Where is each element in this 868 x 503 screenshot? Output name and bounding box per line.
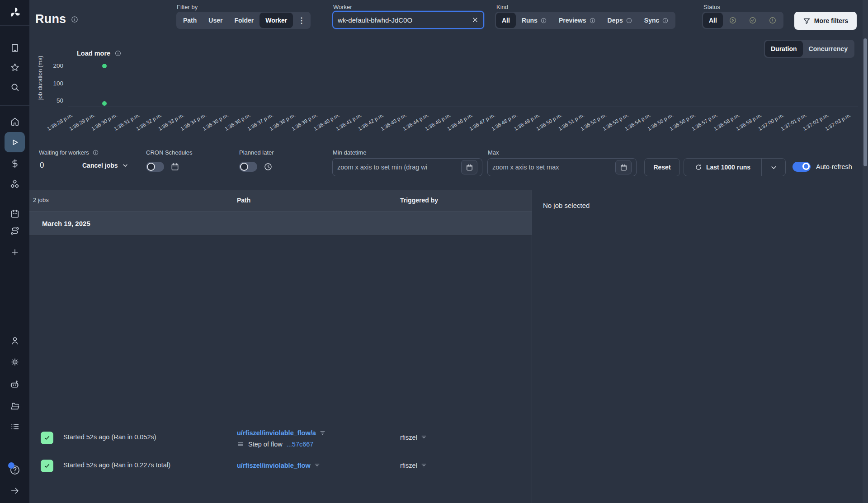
variables-icon: [10, 159, 20, 169]
sidebar-item-resources[interactable]: [0, 176, 29, 192]
audit-logs-icon: [10, 422, 20, 432]
waiting-for-workers-count: 0: [40, 161, 44, 170]
divider: [0, 105, 29, 106]
chevron-down-icon: [770, 164, 778, 171]
job-started-text: Started 52s ago (Ran in 0.227s total): [63, 461, 170, 469]
notification-dot: [8, 462, 14, 469]
waiting-for-workers-label: Waiting for workers: [39, 149, 89, 156]
calendar-icon: [620, 164, 627, 171]
calendar-icon[interactable]: [170, 162, 179, 171]
jobs-table: 2 jobs Path Triggered by March 19, 2025 …: [29, 190, 532, 503]
favorites-icon: [10, 62, 20, 72]
last-runs-refresh-button[interactable]: Last 1000 runs: [684, 164, 761, 171]
jobs-count: 2 jobs: [33, 197, 49, 203]
planned-later-label: Planned later: [239, 149, 274, 156]
min-datetime-input[interactable]: zoom x axis to set min (drag wi: [332, 158, 482, 176]
sidebar-item-audit-logs[interactable]: [0, 418, 29, 435]
sidebar-item-workers[interactable]: [0, 376, 29, 392]
filter-by-user-icon[interactable]: [421, 462, 427, 468]
auto-refresh-label: Auto-refresh: [816, 163, 852, 170]
sidebar-item-settings[interactable]: [0, 354, 29, 370]
home-icon: [10, 117, 20, 127]
jobs-table-header: 2 jobs Path Triggered by: [29, 190, 532, 212]
cron-schedules-label: CRON Schedules: [146, 149, 193, 156]
last-runs-split-button: Last 1000 runs: [684, 158, 786, 176]
max-datetime-placeholder: zoom x axis to set max: [492, 164, 615, 171]
sidebar-item-variables[interactable]: [0, 155, 29, 172]
job-row[interactable]: Started 52s ago (Ran in 0.052s) u/rfisze…: [29, 425, 532, 456]
runs-page: Runs Filter by Path User Folder Worker ⋮…: [0, 0, 868, 503]
sidebar-item-user[interactable]: [0, 333, 29, 349]
reset-button[interactable]: Reset: [644, 158, 680, 176]
min-datetime-calendar-button[interactable]: [461, 160, 477, 174]
job-duration-point[interactable]: [102, 101, 107, 106]
job-row[interactable]: Started 52s ago (Ran in 0.227s total) u/…: [29, 456, 532, 479]
date-group-label: March 19, 2025: [42, 220, 90, 227]
sidebar-item-search[interactable]: [0, 79, 29, 95]
flow-step-icon: [237, 441, 244, 448]
triggered-by-text: rfiszel: [400, 434, 417, 441]
planned-later-toggle[interactable]: [239, 162, 257, 172]
runs-icon: [10, 137, 20, 147]
sidebar-item-home[interactable]: [0, 113, 29, 130]
column-header-triggered-by: Triggered by: [400, 197, 438, 204]
sidebar-item-folders[interactable]: [0, 398, 29, 414]
flow-id-link[interactable]: ...57c667: [287, 441, 314, 448]
workers-icon: [9, 379, 20, 390]
filter-by-user-icon[interactable]: [421, 434, 427, 440]
no-job-selected-text: No job selected: [543, 202, 868, 209]
divider: [0, 25, 29, 26]
max-datetime-calendar-button[interactable]: [615, 160, 632, 174]
flow-step-text: Step of flow: [248, 441, 283, 448]
min-datetime-placeholder: zoom x axis to set min (drag wi: [337, 164, 461, 171]
cron-schedules-toggle[interactable]: [146, 162, 164, 172]
last-runs-dropdown-button[interactable]: [762, 164, 785, 171]
search-icon: [10, 82, 20, 92]
sidebar-item-runs-selected[interactable]: [5, 132, 25, 152]
scrollbar-thumb[interactable]: [863, 38, 867, 166]
runs-chart[interactable]: Load more job duration (ms) 200 100 50 1…: [29, 0, 868, 149]
user-icon: [10, 336, 20, 346]
flows-icon: [10, 226, 20, 236]
sidebar-item-help[interactable]: [0, 463, 29, 479]
cancel-jobs-button[interactable]: Cancel jobs: [82, 162, 129, 169]
job-detail-panel: No job selected: [532, 190, 868, 503]
jobs-section: 2 jobs Path Triggered by March 19, 2025 …: [29, 190, 868, 503]
sidebar-item-expand[interactable]: [0, 483, 29, 499]
job-started-text: Started 52s ago (Ran in 0.052s): [63, 433, 156, 441]
settings-icon: [10, 357, 20, 367]
sidebar-item-schedules[interactable]: [0, 206, 29, 222]
workspace-icon: [10, 43, 20, 53]
success-check-badge: [41, 460, 53, 472]
success-check-badge: [41, 432, 53, 444]
max-datetime-input[interactable]: zoom x axis to set max: [487, 158, 637, 176]
add-icon: [10, 248, 19, 257]
x-axis-labels: 1:36:28 p.m.1:36:29 p.m.1:36:30 p.m.1:36…: [29, 110, 868, 146]
auto-refresh-toggle[interactable]: [793, 162, 811, 172]
clock-icon[interactable]: [264, 162, 273, 171]
filter-by-path-icon[interactable]: [320, 430, 326, 436]
sidebar-item-add[interactable]: [0, 244, 29, 260]
min-datetime-label: Min datetime: [333, 149, 366, 156]
sidebar-item-favorites[interactable]: [0, 59, 29, 75]
job-path-link[interactable]: u/rfiszel/inviolable_flow/a: [237, 429, 316, 437]
max-datetime-label: Max: [488, 149, 499, 156]
check-icon: [43, 462, 51, 470]
date-group-header: March 19, 2025: [29, 212, 532, 235]
job-duration-point[interactable]: [102, 64, 107, 68]
calendar-icon: [466, 164, 473, 171]
column-header-path: Path: [237, 197, 250, 204]
triggered-by-text: rfiszel: [400, 462, 417, 469]
job-path-link[interactable]: u/rfiszel/inviolable_flow: [237, 462, 311, 469]
refresh-icon: [695, 164, 702, 171]
main-content: Runs Filter by Path User Folder Worker ⋮…: [29, 0, 868, 503]
filter-by-path-icon[interactable]: [314, 462, 320, 468]
sidebar-item-flows[interactable]: [0, 223, 29, 239]
scrollbar[interactable]: [863, 0, 868, 503]
sidebar-item-workspace[interactable]: [0, 40, 29, 56]
sidebar: [0, 0, 29, 503]
windmill-logo[interactable]: [0, 4, 29, 22]
expand-icon: [10, 486, 20, 496]
check-icon: [43, 434, 51, 442]
info-icon: [92, 149, 99, 156]
